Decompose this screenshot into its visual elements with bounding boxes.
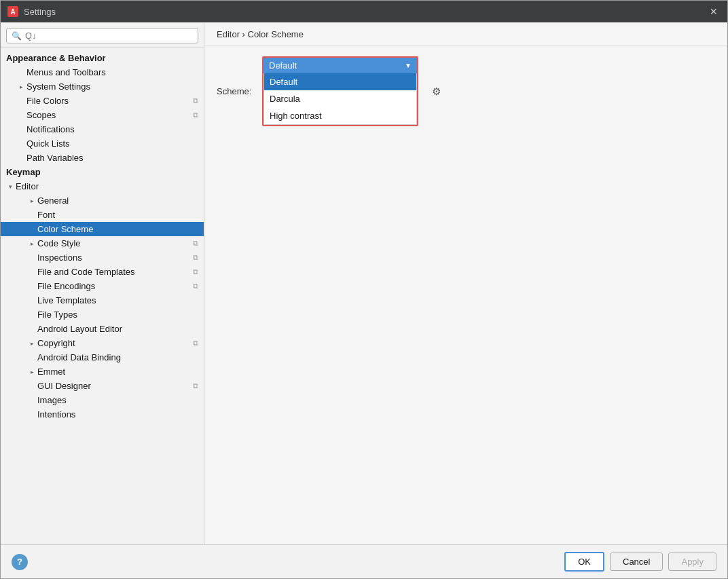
sidebar-item-label-keymap: Keymap bbox=[6, 167, 41, 177]
sidebar-item-label-file-types: File Types bbox=[37, 310, 77, 320]
scheme-option-default[interactable]: Default bbox=[264, 73, 416, 90]
sidebar-item-label-editor: Editor bbox=[16, 181, 39, 191]
sidebar-item-label-path-variables: Path Variables bbox=[26, 153, 84, 163]
sidebar-item-label-color-scheme: Color Scheme bbox=[37, 224, 93, 234]
sidebar-item-android-layout-editor[interactable]: Android Layout Editor bbox=[1, 322, 204, 336]
title-bar: A Settings ✕ bbox=[1, 1, 727, 22]
sidebar-item-android-data-binding[interactable]: Android Data Binding bbox=[1, 350, 204, 365]
sidebar-item-intentions[interactable]: Intentions bbox=[1, 407, 204, 422]
scheme-dropdown-header[interactable]: Default ▼ bbox=[263, 58, 417, 73]
cancel-button[interactable]: Cancel bbox=[610, 553, 663, 571]
copy-icon-code-style: ⧉ bbox=[193, 239, 198, 248]
dialog-title: Settings bbox=[24, 7, 56, 17]
sidebar-item-label-general: General bbox=[37, 195, 69, 206]
gear-button[interactable]: ⚙ bbox=[426, 82, 445, 101]
ok-button[interactable]: OK bbox=[564, 552, 604, 572]
expand-icon-system-settings: ▸ bbox=[17, 83, 25, 91]
sidebar-item-label-font: Font bbox=[37, 210, 55, 220]
chevron-down-icon: ▼ bbox=[405, 62, 412, 69]
footer-right: OK Cancel Apply bbox=[564, 552, 716, 572]
sidebar-item-general[interactable]: ▸General bbox=[1, 193, 204, 208]
content-area: Scheme: Default ▼ Default Darcula High c… bbox=[204, 45, 727, 544]
copy-icon-gui-designer: ⧉ bbox=[193, 381, 198, 390]
scheme-selected-value: Default bbox=[269, 60, 297, 71]
app-icon: A bbox=[7, 6, 18, 17]
sidebar-item-label-android-layout-editor: Android Layout Editor bbox=[37, 324, 122, 334]
sidebar-item-images[interactable]: Images bbox=[1, 393, 204, 407]
sidebar-item-font[interactable]: Font bbox=[1, 208, 204, 222]
sidebar-item-notifications[interactable]: Notifications bbox=[1, 122, 204, 136]
copy-icon-file-encodings: ⧉ bbox=[193, 282, 198, 291]
apply-button[interactable]: Apply bbox=[668, 553, 716, 571]
sidebar-item-color-scheme[interactable]: Color Scheme bbox=[1, 222, 204, 236]
search-input[interactable] bbox=[25, 31, 193, 41]
sidebar-item-file-code-templates[interactable]: File and Code Templates⧉ bbox=[1, 265, 204, 279]
expand-icon-code-style: ▸ bbox=[28, 240, 36, 248]
scheme-dropdown-list: Default Darcula High contrast bbox=[263, 73, 417, 125]
dialog-footer: ? OK Cancel Apply bbox=[1, 544, 727, 578]
sidebar-item-label-notifications: Notifications bbox=[26, 124, 75, 134]
sidebar-item-label-appearance: Appearance & Behavior bbox=[6, 53, 106, 63]
sidebar-item-menus-toolbars[interactable]: Menus and Toolbars bbox=[1, 65, 204, 79]
sidebar-item-label-system-settings: System Settings bbox=[26, 81, 90, 92]
scheme-row: Scheme: Default ▼ Default Darcula High c… bbox=[217, 56, 715, 126]
help-button[interactable]: ? bbox=[12, 554, 28, 570]
sidebar: 🔍 Appearance & BehaviorMenus and Toolbar… bbox=[1, 22, 204, 544]
sidebar-item-system-settings[interactable]: ▸System Settings bbox=[1, 79, 204, 94]
scheme-dropdown-wrap: Default ▼ Default Darcula High contrast bbox=[262, 56, 418, 126]
sidebar-item-label-gui-designer: GUI Designer bbox=[37, 381, 91, 391]
sidebar-item-scopes[interactable]: Scopes⧉ bbox=[1, 108, 204, 122]
sidebar-item-label-inspections: Inspections bbox=[37, 253, 82, 263]
sidebar-item-gui-designer[interactable]: GUI Designer⧉ bbox=[1, 379, 204, 393]
copy-icon-scopes: ⧉ bbox=[193, 111, 198, 119]
breadcrumb-part-2: Color Scheme bbox=[248, 29, 304, 39]
breadcrumb-separator: › bbox=[242, 29, 248, 39]
expand-icon-emmet: ▸ bbox=[28, 368, 36, 376]
footer-left: ? bbox=[12, 554, 28, 570]
main-content: Editor › Color Scheme Scheme: Default ▼ bbox=[204, 22, 727, 544]
sidebar-item-label-file-colors: File Colors bbox=[26, 96, 69, 106]
close-button[interactable]: ✕ bbox=[707, 5, 721, 18]
sidebar-item-label-emmet: Emmet bbox=[37, 367, 65, 377]
search-icon: 🔍 bbox=[12, 31, 22, 41]
expand-icon-copyright: ▸ bbox=[28, 339, 36, 348]
breadcrumb-part-1: Editor bbox=[217, 29, 240, 39]
sidebar-item-file-types[interactable]: File Types bbox=[1, 307, 204, 322]
dialog-body: 🔍 Appearance & BehaviorMenus and Toolbar… bbox=[1, 22, 727, 544]
scheme-option-darcula[interactable]: Darcula bbox=[264, 90, 416, 107]
sidebar-tree: Appearance & BehaviorMenus and Toolbars▸… bbox=[1, 48, 204, 544]
sidebar-item-quick-lists[interactable]: Quick Lists bbox=[1, 136, 204, 151]
sidebar-item-code-style[interactable]: ▸Code Style⧉ bbox=[1, 236, 204, 250]
copy-icon-copyright: ⧉ bbox=[193, 339, 198, 348]
settings-dialog: A Settings ✕ 🔍 Appearance & BehaviorMenu… bbox=[0, 0, 728, 579]
sidebar-item-label-file-code-templates: File and Code Templates bbox=[37, 267, 135, 277]
sidebar-item-label-copyright: Copyright bbox=[37, 338, 75, 348]
sidebar-item-editor[interactable]: ▾Editor bbox=[1, 179, 204, 193]
sidebar-item-file-colors[interactable]: File Colors⧉ bbox=[1, 94, 204, 108]
sidebar-item-keymap: Keymap bbox=[1, 165, 204, 179]
copy-icon-file-code-templates: ⧉ bbox=[193, 267, 198, 276]
search-bar: 🔍 bbox=[1, 22, 204, 48]
scheme-label: Scheme: bbox=[217, 86, 254, 96]
sidebar-item-appearance: Appearance & Behavior bbox=[1, 51, 204, 65]
copy-icon-file-colors: ⧉ bbox=[193, 96, 198, 105]
sidebar-item-live-templates[interactable]: Live Templates bbox=[1, 293, 204, 307]
breadcrumb: Editor › Color Scheme bbox=[204, 22, 727, 45]
scheme-option-high-contrast[interactable]: High contrast bbox=[264, 107, 416, 124]
sidebar-item-inspections[interactable]: Inspections⧉ bbox=[1, 250, 204, 265]
scheme-dropdown: Default ▼ Default Darcula High contrast bbox=[262, 56, 418, 126]
sidebar-item-label-android-data-binding: Android Data Binding bbox=[37, 352, 121, 362]
sidebar-item-path-variables[interactable]: Path Variables bbox=[1, 151, 204, 165]
sidebar-item-label-intentions: Intentions bbox=[37, 409, 75, 419]
sidebar-item-copyright[interactable]: ▸Copyright⧉ bbox=[1, 336, 204, 350]
sidebar-item-label-menus-toolbars: Menus and Toolbars bbox=[26, 67, 106, 77]
copy-icon-inspections: ⧉ bbox=[193, 253, 198, 262]
search-input-wrap[interactable]: 🔍 bbox=[6, 28, 198, 43]
sidebar-item-label-code-style: Code Style bbox=[37, 238, 81, 248]
sidebar-item-label-file-encodings: File Encodings bbox=[37, 281, 95, 291]
sidebar-item-emmet[interactable]: ▸Emmet bbox=[1, 365, 204, 379]
sidebar-item-label-live-templates: Live Templates bbox=[37, 295, 96, 305]
sidebar-item-label-images: Images bbox=[37, 395, 67, 405]
sidebar-item-file-encodings[interactable]: File Encodings⧉ bbox=[1, 279, 204, 293]
expand-icon-editor: ▾ bbox=[6, 183, 14, 191]
